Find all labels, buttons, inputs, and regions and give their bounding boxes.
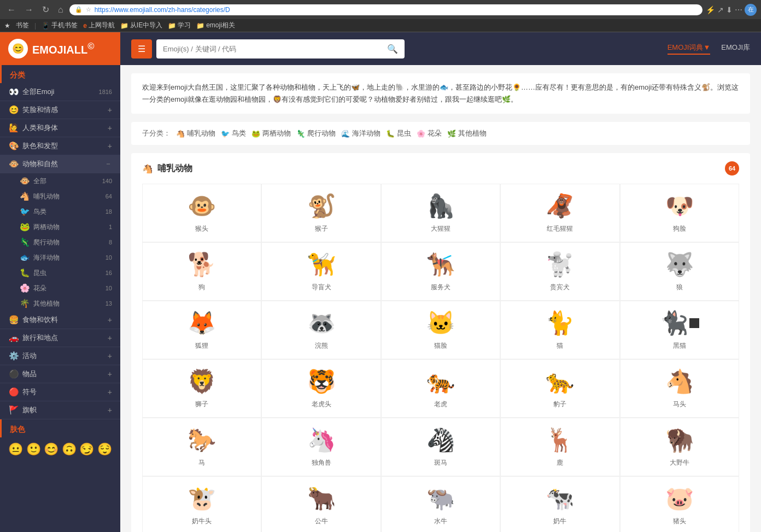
search-input[interactable] (163, 45, 387, 53)
skin-tone-2[interactable]: 🙂 (26, 442, 42, 457)
back-button[interactable]: ← (4, 4, 19, 16)
emoji-cell-water-buffalo[interactable]: 🐃 水牛 (381, 476, 500, 532)
smile-expand[interactable]: + (108, 106, 112, 114)
sidebar-sub-mammal[interactable]: 🐴 哺乳动物 64 (0, 189, 120, 204)
emoji-cell-tiger-face[interactable]: 🐯 老虎头 (261, 359, 380, 418)
bookmark-bookmarks[interactable]: 书签 (16, 21, 29, 30)
bookmark-mobile[interactable]: 📱 手机书签 (42, 21, 78, 30)
skin-tone-4[interactable]: 🙃 (62, 442, 77, 457)
subcat-reptile[interactable]: 🦎 爬行动物 (296, 128, 336, 138)
forward-button[interactable]: → (22, 4, 36, 16)
emoji-cell-leopard[interactable]: 🐆 豹子 (500, 359, 619, 418)
emoji-cell-cow[interactable]: 🐄 奶牛 (500, 476, 619, 532)
user-avatar[interactable]: 在 (745, 4, 757, 16)
emoji-cell-tiger[interactable]: 🐅 老虎 (381, 359, 500, 418)
emoji-cell-raccoon[interactable]: 🦝 浣熊 (261, 301, 380, 359)
skin-tone-6[interactable]: 😌 (97, 442, 113, 457)
emoji-cell-service-dog[interactable]: 🐕‍🦺 服务犬 (381, 242, 500, 301)
emoji-cell-ox[interactable]: 🐂 公牛 (261, 476, 380, 532)
emoji-cell-black-cat[interactable]: 🐈‍⬛ 黑猫 (620, 301, 739, 359)
subcat-plant[interactable]: 🌿 其他植物 (447, 128, 487, 138)
more-icon[interactable]: ⋯ (735, 5, 742, 14)
sidebar-sub-bird[interactable]: 🐦 鸟类 18 (0, 204, 120, 219)
sidebar-sub-reptile[interactable]: 🦎 爬行动物 8 (0, 235, 120, 250)
emoji-dict-link[interactable]: EMOJI词典▼ (668, 43, 711, 55)
emoji-library-link[interactable]: EMOJI库 (721, 43, 750, 55)
filter-button[interactable]: ☰ (131, 39, 152, 59)
travel-icon: 🚗 (8, 333, 19, 343)
address-bar[interactable]: 🔒 ☆ https://www.emojiall.com/zh-hans/cat… (69, 4, 703, 15)
emoji-cell-dog[interactable]: 🐕 狗 (142, 242, 261, 301)
subcat-bird[interactable]: 🐦 鸟类 (221, 128, 246, 138)
sidebar-sub-plant[interactable]: 🌴 其他植物 13 (0, 296, 120, 311)
sidebar-sub-all[interactable]: 🐵 全部 140 (0, 173, 120, 189)
animals-collapse[interactable]: － (104, 159, 112, 169)
sidebar-item-flags[interactable]: 🚩 旗帜 + (0, 401, 120, 419)
bookmark-ie[interactable]: 📁 从IE中导入 (120, 21, 162, 30)
emoji-raccoon: 🦝 (307, 309, 336, 337)
sidebar-item-human[interactable]: 🙋 人类和身体 + (0, 119, 120, 137)
animals-icon: 🐵 (8, 159, 19, 169)
home-button[interactable]: ⌂ (55, 4, 66, 16)
bookmark-nav[interactable]: e 上网导航 (83, 21, 115, 30)
emoji-cell-guide-dog[interactable]: 🦮 导盲犬 (261, 242, 380, 301)
sidebar-sub-insect[interactable]: 🐛 昆虫 16 (0, 265, 120, 280)
emoji-cell-cat[interactable]: 🐈 猫 (500, 301, 619, 359)
skin-tone-3[interactable]: 😊 (44, 442, 59, 457)
emoji-cell-unicorn[interactable]: 🦄 独角兽 (261, 418, 380, 476)
emoji-cell-zebra[interactable]: 🦓 斑马 (381, 418, 500, 476)
share-icon[interactable]: ↗ (717, 5, 724, 14)
emoji-cell-fox[interactable]: 🦊 狐狸 (142, 301, 261, 359)
sidebar-item-objects[interactable]: ⚫ 物品 + (0, 365, 120, 383)
emoji-cell-pig-face[interactable]: 🐷 猪头 (620, 476, 739, 532)
search-box[interactable]: 🔍 (156, 39, 405, 59)
logo[interactable]: 😊 EMOJIALL© (0, 32, 120, 65)
emoji-cell-wolf[interactable]: 🐺 狼 (620, 242, 739, 301)
food-expand[interactable]: + (108, 315, 112, 324)
sidebar-item-skin[interactable]: 🎨 肤色和发型 + (0, 137, 120, 155)
emoji-cell-horse-face[interactable]: 🐴 马头 (620, 359, 739, 418)
sidebar-sub-ocean[interactable]: 🐟 海洋动物 10 (0, 250, 120, 265)
emoji-cell-horse[interactable]: 🐎 马 (142, 418, 261, 476)
bookmark-study[interactable]: 📁 学习 (168, 21, 191, 30)
sidebar-sub-amphibian[interactable]: 🐸 两栖动物 1 (0, 219, 120, 235)
sidebar-item-food[interactable]: 🍔 食物和饮料 + (0, 311, 120, 329)
sidebar-item-symbols[interactable]: 🔴 符号 + (0, 383, 120, 401)
subcat-ocean[interactable]: 🌊 海洋动物 (341, 128, 380, 138)
search-submit-button[interactable]: 🔍 (387, 44, 398, 54)
objects-expand[interactable]: + (108, 370, 112, 378)
human-expand[interactable]: + (108, 124, 112, 132)
subcat-flower[interactable]: 🌸 花朵 (417, 128, 442, 138)
emoji-cell-cat-face[interactable]: 🐱 猫脸 (381, 301, 500, 359)
travel-expand[interactable]: + (108, 334, 112, 342)
sidebar-sub-flower[interactable]: 🌸 花朵 10 (0, 280, 120, 296)
emoji-cell-cow-face[interactable]: 🐮 奶牛头 (142, 476, 261, 532)
emoji-cell-dog-face[interactable]: 🐶 狗脸 (620, 184, 739, 242)
sidebar-item-animals[interactable]: 🐵 动物和自然 － (0, 155, 120, 173)
subcat-insect[interactable]: 🐛 昆虫 (386, 128, 411, 138)
flags-expand[interactable]: + (108, 406, 112, 414)
skin-tone-1[interactable]: 😐 (8, 442, 24, 457)
emoji-cell-gorilla[interactable]: 🦍 大猩猩 (381, 184, 500, 242)
refresh-button[interactable]: ↻ (39, 3, 52, 16)
sidebar-item-all-emoji[interactable]: 👀 全部Emoji 1816 (0, 83, 120, 101)
activity-expand[interactable]: + (108, 352, 112, 360)
subcat-mammal[interactable]: 🐴 哺乳动物 (176, 128, 215, 138)
emoji-cell-deer[interactable]: 🦌 鹿 (500, 418, 619, 476)
emoji-cell-orangutan[interactable]: 🦧 红毛猩猩 (500, 184, 619, 242)
emoji-tiger-face: 🐯 (307, 368, 336, 395)
bookmark-emoji[interactable]: 📁 emoji相关 (196, 21, 235, 30)
download-icon[interactable]: ⬇ (726, 5, 733, 14)
emoji-cell-lion[interactable]: 🦁 狮子 (142, 359, 261, 418)
skin-tone-5[interactable]: 😏 (79, 442, 95, 457)
sidebar-item-travel[interactable]: 🚗 旅行和地点 + (0, 329, 120, 347)
skin-expand[interactable]: + (108, 142, 112, 150)
sidebar-item-smile[interactable]: 😊 笑脸和情感 + (0, 101, 120, 119)
symbols-expand[interactable]: + (108, 388, 112, 396)
emoji-cell-poodle[interactable]: 🐩 贵宾犬 (500, 242, 619, 301)
subcat-amphibian[interactable]: 🐸 两栖动物 (251, 128, 291, 138)
emoji-cell-monkey[interactable]: 🐒 猴子 (261, 184, 380, 242)
emoji-cell-bison[interactable]: 🦬 大野牛 (620, 418, 739, 476)
emoji-cell-monkey-face[interactable]: 🐵 猴头 (142, 184, 261, 242)
sidebar-item-activity[interactable]: ⚙️ 活动 + (0, 347, 120, 365)
